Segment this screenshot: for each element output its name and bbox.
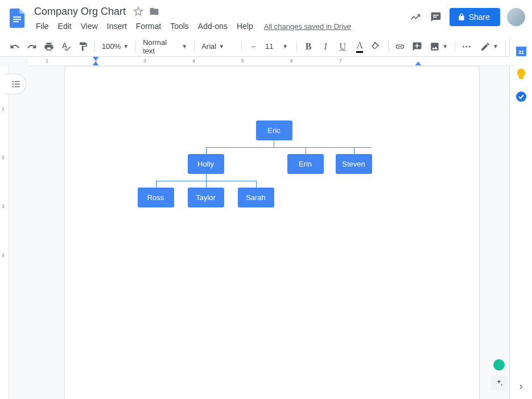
grammarly-icon[interactable] <box>493 359 505 371</box>
menu-view[interactable]: View <box>77 20 102 32</box>
link-button[interactable] <box>392 39 408 55</box>
bold-button[interactable]: B <box>300 39 316 55</box>
font-size-input[interactable] <box>262 42 276 51</box>
folder-icon[interactable] <box>149 6 160 17</box>
paint-format-button[interactable] <box>75 39 91 55</box>
explore-button[interactable] <box>491 375 507 391</box>
org-node-l3-1: Taylor <box>188 188 224 207</box>
svg-rect-12 <box>12 86 14 88</box>
tasks-icon[interactable] <box>515 91 527 102</box>
svg-point-5 <box>463 45 464 47</box>
user-avatar[interactable] <box>507 8 525 26</box>
undo-button[interactable] <box>7 39 23 55</box>
font-size-decrease[interactable]: − <box>245 39 261 55</box>
document-title[interactable]: Company Org Chart <box>32 5 128 19</box>
org-chart[interactable]: Eric Holly Erin Steven <box>155 120 394 207</box>
side-panel-collapse[interactable]: › <box>519 380 523 392</box>
font-size-increase[interactable]: ▼ <box>277 39 293 55</box>
trend-icon[interactable] <box>409 10 422 24</box>
indent-marker-first-line[interactable] <box>93 57 98 61</box>
italic-button[interactable]: I <box>317 39 333 55</box>
save-status[interactable]: All changes saved in Drive <box>264 22 351 31</box>
org-node-l3-0: Ross <box>138 188 174 207</box>
editing-mode-button[interactable]: ▼ <box>477 39 502 54</box>
org-node-root: Eric <box>256 120 292 140</box>
svg-rect-13 <box>14 86 19 88</box>
ruler-vertical[interactable]: 1 2 3 4 <box>0 66 9 399</box>
calendar-icon[interactable]: 31 <box>515 45 527 57</box>
svg-rect-10 <box>12 84 14 85</box>
svg-point-6 <box>466 45 468 47</box>
org-node-l2-2: Steven <box>336 154 372 174</box>
keep-icon[interactable] <box>515 68 527 80</box>
comment-icon[interactable] <box>429 10 443 24</box>
outline-toggle[interactable] <box>6 74 26 94</box>
share-button[interactable]: Share <box>449 8 500 26</box>
svg-rect-9 <box>14 81 19 82</box>
add-comment-button[interactable] <box>409 39 425 55</box>
org-node-l2-0: Holly <box>188 154 224 174</box>
menu-file[interactable]: File <box>32 20 53 32</box>
org-node-l3-2: Sarah <box>238 188 274 207</box>
indent-marker-left[interactable] <box>93 61 98 65</box>
highlight-button[interactable] <box>369 39 385 55</box>
svg-point-7 <box>469 45 471 47</box>
toolbar: 100%▼ Normal text▼ Arial▼ − ▼ B I U A ▼ … <box>0 36 532 57</box>
org-node-l2-1: Erin <box>287 154 324 174</box>
side-panel: 31 › <box>509 36 532 399</box>
svg-rect-8 <box>12 81 14 82</box>
insert-image-button[interactable]: ▼ <box>426 39 451 54</box>
more-button[interactable] <box>459 39 475 55</box>
svg-text:31: 31 <box>518 49 523 55</box>
svg-rect-0 <box>13 16 21 18</box>
underline-button[interactable]: U <box>335 39 350 55</box>
menu-help[interactable]: Help <box>233 20 257 32</box>
ruler-horizontal[interactable]: 1 2 3 4 5 6 7 <box>28 57 515 66</box>
menu-edit[interactable]: Edit <box>54 20 76 32</box>
docs-logo[interactable] <box>7 5 27 32</box>
svg-rect-3 <box>433 15 439 16</box>
svg-rect-2 <box>13 21 19 22</box>
svg-rect-1 <box>13 19 21 20</box>
indent-marker-right[interactable] <box>415 61 421 65</box>
svg-rect-4 <box>433 16 437 18</box>
zoom-dropdown[interactable]: 100%▼ <box>98 40 132 53</box>
menu-format[interactable]: Format <box>132 20 165 32</box>
menu-tools[interactable]: Tools <box>166 20 193 32</box>
font-dropdown[interactable]: Arial▼ <box>198 40 238 53</box>
svg-rect-11 <box>14 84 19 85</box>
share-label: Share <box>469 13 490 22</box>
menu-addons[interactable]: Add-ons <box>194 20 232 32</box>
document-page[interactable]: Eric Holly Erin Steven <box>64 66 480 399</box>
menu-insert[interactable]: Insert <box>103 20 131 32</box>
redo-button[interactable] <box>24 39 40 55</box>
svg-point-17 <box>516 92 526 102</box>
text-color-button[interactable]: A <box>352 39 368 55</box>
style-dropdown[interactable]: Normal text▼ <box>139 36 191 57</box>
print-button[interactable] <box>41 39 57 55</box>
spellcheck-button[interactable] <box>58 39 74 55</box>
star-icon[interactable] <box>133 6 144 17</box>
